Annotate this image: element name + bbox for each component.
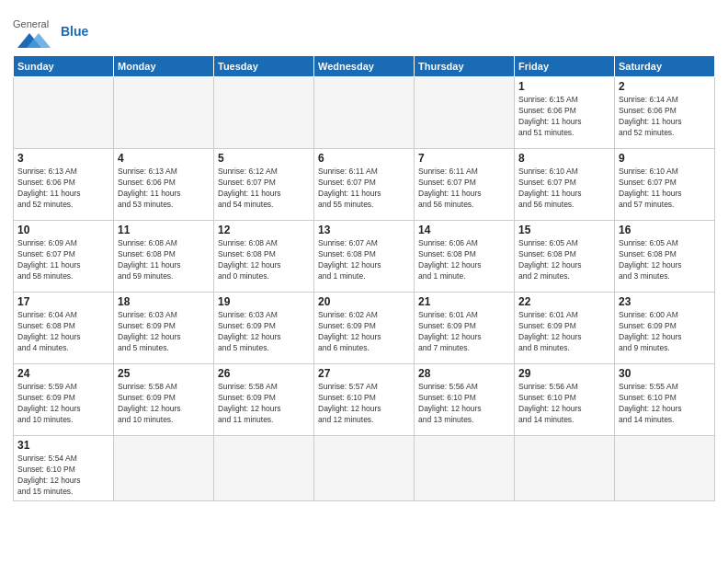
day-number: 17 xyxy=(17,295,109,308)
calendar-cell: 17Sunrise: 6:04 AM Sunset: 6:08 PM Dayli… xyxy=(14,293,114,364)
weekday-header-sunday: Sunday xyxy=(14,56,114,77)
logo-blue: Blue xyxy=(61,24,88,39)
calendar-cell: 4Sunrise: 6:13 AM Sunset: 6:06 PM Daylig… xyxy=(114,149,214,221)
calendar-cell xyxy=(415,436,515,501)
calendar-table: SundayMondayTuesdayWednesdayThursdayFrid… xyxy=(13,55,715,501)
day-info: Sunrise: 6:10 AM Sunset: 6:07 PM Dayligh… xyxy=(619,167,711,211)
day-info: Sunrise: 6:13 AM Sunset: 6:06 PM Dayligh… xyxy=(118,167,210,211)
header: General Blue xyxy=(13,9,715,50)
day-number: 19 xyxy=(218,295,310,308)
day-number: 2 xyxy=(619,80,711,93)
day-info: Sunrise: 6:14 AM Sunset: 6:06 PM Dayligh… xyxy=(619,95,711,139)
logo: General Blue xyxy=(13,13,88,50)
calendar-cell: 19Sunrise: 6:03 AM Sunset: 6:09 PM Dayli… xyxy=(214,293,314,364)
calendar-week-row: 24Sunrise: 5:59 AM Sunset: 6:09 PM Dayli… xyxy=(14,364,715,436)
weekday-header-wednesday: Wednesday xyxy=(314,56,415,77)
calendar-cell: 30Sunrise: 5:55 AM Sunset: 6:10 PM Dayli… xyxy=(615,364,715,436)
calendar-cell xyxy=(314,436,415,501)
day-number: 20 xyxy=(318,295,410,308)
day-info: Sunrise: 6:10 AM Sunset: 6:07 PM Dayligh… xyxy=(518,167,610,211)
calendar-cell: 28Sunrise: 5:56 AM Sunset: 6:10 PM Dayli… xyxy=(415,364,515,436)
day-number: 28 xyxy=(418,367,510,380)
day-number: 25 xyxy=(118,367,210,380)
day-info: Sunrise: 6:01 AM Sunset: 6:09 PM Dayligh… xyxy=(418,310,510,354)
day-number: 1 xyxy=(518,80,610,93)
calendar-cell xyxy=(14,77,114,149)
calendar-cell: 29Sunrise: 5:56 AM Sunset: 6:10 PM Dayli… xyxy=(515,364,615,436)
calendar-cell xyxy=(415,77,515,149)
calendar-cell xyxy=(114,436,214,501)
weekday-header-row: SundayMondayTuesdayWednesdayThursdayFrid… xyxy=(14,56,715,77)
calendar-cell: 8Sunrise: 6:10 AM Sunset: 6:07 PM Daylig… xyxy=(515,149,615,221)
day-number: 21 xyxy=(418,295,510,308)
weekday-header-tuesday: Tuesday xyxy=(214,56,314,77)
day-info: Sunrise: 5:56 AM Sunset: 6:10 PM Dayligh… xyxy=(518,382,610,426)
day-number: 7 xyxy=(418,152,510,165)
day-number: 26 xyxy=(218,367,310,380)
day-number: 5 xyxy=(218,152,310,165)
day-info: Sunrise: 6:05 AM Sunset: 6:08 PM Dayligh… xyxy=(518,238,610,282)
calendar-cell: 23Sunrise: 6:00 AM Sunset: 6:09 PM Dayli… xyxy=(615,293,715,364)
day-info: Sunrise: 6:03 AM Sunset: 6:09 PM Dayligh… xyxy=(118,310,210,354)
day-number: 27 xyxy=(318,367,410,380)
calendar-cell: 21Sunrise: 6:01 AM Sunset: 6:09 PM Dayli… xyxy=(415,293,515,364)
calendar-cell xyxy=(615,436,715,501)
calendar-week-row: 17Sunrise: 6:04 AM Sunset: 6:08 PM Dayli… xyxy=(14,293,715,364)
day-number: 12 xyxy=(218,224,310,236)
calendar-cell: 9Sunrise: 6:10 AM Sunset: 6:07 PM Daylig… xyxy=(615,149,715,221)
day-number: 9 xyxy=(619,152,711,165)
day-info: Sunrise: 5:56 AM Sunset: 6:10 PM Dayligh… xyxy=(418,382,510,426)
logo-text: Blue xyxy=(61,24,88,39)
day-number: 15 xyxy=(518,224,610,236)
generalblue-logo-icon: General xyxy=(13,13,59,50)
day-info: Sunrise: 6:00 AM Sunset: 6:09 PM Dayligh… xyxy=(619,310,711,354)
calendar-cell: 15Sunrise: 6:05 AM Sunset: 6:08 PM Dayli… xyxy=(515,221,615,293)
calendar-cell xyxy=(114,77,214,149)
calendar-cell: 20Sunrise: 6:02 AM Sunset: 6:09 PM Dayli… xyxy=(314,293,415,364)
day-number: 22 xyxy=(518,295,610,308)
day-info: Sunrise: 6:03 AM Sunset: 6:09 PM Dayligh… xyxy=(218,310,310,354)
calendar-cell: 7Sunrise: 6:11 AM Sunset: 6:07 PM Daylig… xyxy=(415,149,515,221)
calendar-cell: 26Sunrise: 5:58 AM Sunset: 6:09 PM Dayli… xyxy=(214,364,314,436)
day-info: Sunrise: 5:54 AM Sunset: 6:10 PM Dayligh… xyxy=(17,454,109,498)
day-number: 29 xyxy=(518,367,610,380)
calendar-cell: 14Sunrise: 6:06 AM Sunset: 6:08 PM Dayli… xyxy=(415,221,515,293)
calendar-cell xyxy=(214,436,314,501)
day-info: Sunrise: 5:58 AM Sunset: 6:09 PM Dayligh… xyxy=(218,382,310,426)
calendar-cell: 27Sunrise: 5:57 AM Sunset: 6:10 PM Dayli… xyxy=(314,364,415,436)
day-number: 6 xyxy=(318,152,410,165)
day-info: Sunrise: 6:11 AM Sunset: 6:07 PM Dayligh… xyxy=(418,167,510,211)
calendar-cell: 10Sunrise: 6:09 AM Sunset: 6:07 PM Dayli… xyxy=(14,221,114,293)
day-info: Sunrise: 5:59 AM Sunset: 6:09 PM Dayligh… xyxy=(17,382,109,426)
calendar-cell: 25Sunrise: 5:58 AM Sunset: 6:09 PM Dayli… xyxy=(114,364,214,436)
day-number: 14 xyxy=(418,224,510,236)
day-number: 24 xyxy=(17,367,109,380)
day-number: 10 xyxy=(17,224,109,236)
weekday-header-saturday: Saturday xyxy=(615,56,715,77)
calendar-page: General Blue SundayMondayTuesdayWednesda… xyxy=(0,0,728,563)
calendar-week-row: 10Sunrise: 6:09 AM Sunset: 6:07 PM Dayli… xyxy=(14,221,715,293)
calendar-cell: 18Sunrise: 6:03 AM Sunset: 6:09 PM Dayli… xyxy=(114,293,214,364)
calendar-cell: 24Sunrise: 5:59 AM Sunset: 6:09 PM Dayli… xyxy=(14,364,114,436)
day-info: Sunrise: 6:15 AM Sunset: 6:06 PM Dayligh… xyxy=(518,95,610,139)
day-info: Sunrise: 6:09 AM Sunset: 6:07 PM Dayligh… xyxy=(17,238,109,282)
day-number: 3 xyxy=(17,152,109,165)
day-info: Sunrise: 5:55 AM Sunset: 6:10 PM Dayligh… xyxy=(619,382,711,426)
svg-text:General: General xyxy=(13,18,49,29)
weekday-header-friday: Friday xyxy=(515,56,615,77)
calendar-cell xyxy=(515,436,615,501)
day-info: Sunrise: 6:02 AM Sunset: 6:09 PM Dayligh… xyxy=(318,310,410,354)
day-number: 13 xyxy=(318,224,410,236)
calendar-cell: 2Sunrise: 6:14 AM Sunset: 6:06 PM Daylig… xyxy=(615,77,715,149)
calendar-cell xyxy=(214,77,314,149)
day-number: 16 xyxy=(619,224,711,236)
calendar-cell: 13Sunrise: 6:07 AM Sunset: 6:08 PM Dayli… xyxy=(314,221,415,293)
day-info: Sunrise: 6:13 AM Sunset: 6:06 PM Dayligh… xyxy=(17,167,109,211)
weekday-header-thursday: Thursday xyxy=(415,56,515,77)
calendar-cell xyxy=(314,77,415,149)
weekday-header-monday: Monday xyxy=(114,56,214,77)
calendar-week-row: 31Sunrise: 5:54 AM Sunset: 6:10 PM Dayli… xyxy=(14,436,715,501)
day-number: 23 xyxy=(619,295,711,308)
day-info: Sunrise: 6:08 AM Sunset: 6:08 PM Dayligh… xyxy=(218,238,310,282)
calendar-cell: 31Sunrise: 5:54 AM Sunset: 6:10 PM Dayli… xyxy=(14,436,114,501)
